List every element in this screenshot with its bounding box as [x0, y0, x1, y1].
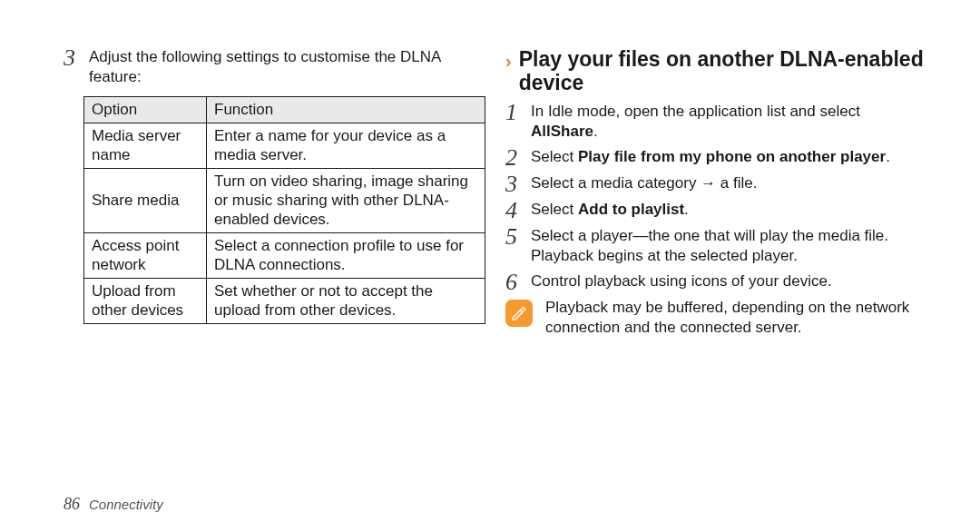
step-4: 4 Select Add to playlist.: [505, 200, 929, 221]
step-3-right: 3 Select a media category → a file.: [505, 173, 929, 194]
step-3: 3 Adjust the following settings to custo…: [64, 47, 466, 87]
step-6: 6 Control playback using icons of your d…: [505, 271, 929, 292]
section-heading: › Play your files on another DLNA-enable…: [505, 47, 929, 94]
dlna-options-table: Option Function Media server name Enter …: [83, 96, 485, 324]
table-header-row: Option Function: [84, 97, 485, 123]
page-number: 86: [64, 495, 80, 514]
table-row: Media server name Enter a name for your …: [84, 123, 485, 169]
right-column: › Play your files on another DLNA-enable…: [496, 47, 929, 532]
step-number: 4: [505, 200, 527, 221]
note-text: Playback may be buffered, depending on t…: [545, 298, 929, 338]
step-text: In Idle mode, open the application list …: [527, 102, 929, 142]
step-1: 1 In Idle mode, open the application lis…: [505, 102, 929, 142]
note-icon: [505, 300, 533, 327]
step-number: 3: [505, 173, 527, 194]
step-text: Select Add to playlist.: [527, 200, 929, 220]
function-cell: Set whether or not to accept the upload …: [207, 279, 485, 324]
step-text: Select a media category → a file.: [527, 173, 929, 193]
table-row: Access point network Select a connection…: [84, 233, 485, 279]
step-number: 1: [505, 102, 527, 123]
col-header-function: Function: [207, 97, 485, 123]
step-number: 6: [505, 271, 527, 292]
option-cell: Upload from other devices: [84, 279, 207, 324]
step-number: 5: [505, 226, 527, 247]
table-row: Share media Turn on video sharing, image…: [84, 169, 485, 233]
table-row: Upload from other devices Set whether or…: [84, 279, 485, 324]
function-cell: Enter a name for your device as a media …: [207, 123, 485, 169]
step-text: Select a player—the one that will play t…: [527, 226, 929, 266]
chevron-right-icon: ›: [505, 47, 519, 73]
note: Playback may be buffered, depending on t…: [505, 298, 929, 338]
pencil-note-icon: [509, 303, 529, 323]
section-title: Play your files on another DLNA-enabled …: [519, 47, 929, 94]
option-cell: Access point network: [84, 233, 207, 279]
function-cell: Turn on video sharing, image sharing or …: [207, 169, 485, 233]
option-cell: Share media: [84, 169, 207, 233]
step-text: Select Play file from my phone on anothe…: [527, 147, 929, 167]
step-text: Adjust the following settings to customi…: [85, 47, 466, 87]
function-cell: Select a connection profile to use for D…: [207, 233, 485, 279]
section-name: Connectivity: [89, 497, 163, 512]
step-2: 2 Select Play file from my phone on anot…: [505, 147, 929, 168]
step-number: 2: [505, 147, 527, 168]
option-cell: Media server name: [84, 123, 207, 169]
page-root: 3 Adjust the following settings to custo…: [0, 0, 980, 532]
left-column: 3 Adjust the following settings to custo…: [64, 47, 496, 532]
step-text: Control playback using icons of your dev…: [527, 271, 929, 291]
page-footer: 86 Connectivity: [64, 495, 163, 514]
step-5: 5 Select a player—the one that will play…: [505, 226, 929, 266]
col-header-option: Option: [84, 97, 207, 123]
step-number: 3: [64, 47, 85, 68]
